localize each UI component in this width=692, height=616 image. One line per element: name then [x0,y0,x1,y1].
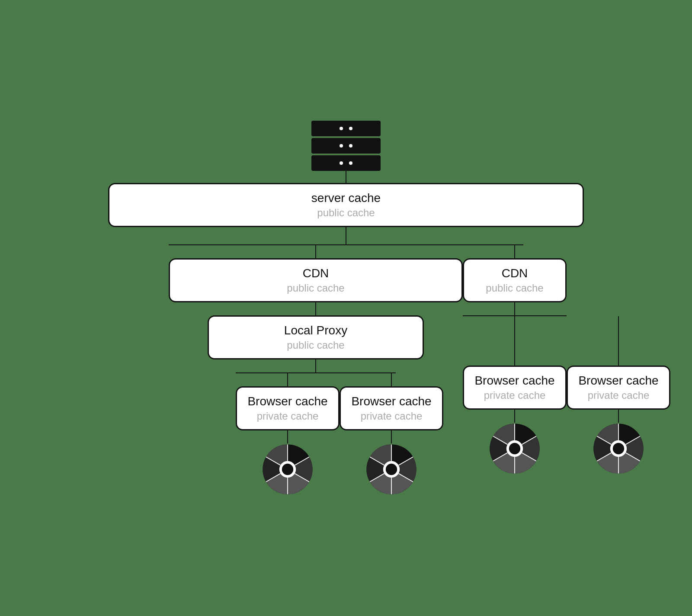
browser-cache-4: Browser cache private cache [567,366,670,410]
local-proxy-title: Local Proxy [284,324,347,337]
diagram: server cache public cache CDN public cac… [86,103,606,513]
connector-h-top [169,244,523,245]
conn-v-b1 [287,373,288,386]
svg-point-22 [509,443,520,454]
server-cache-box: server cache public cache [108,183,584,227]
browser-cache-1: Browser cache private cache [236,386,340,430]
local-proxy-subtitle: public cache [287,339,344,351]
svg-point-4 [282,464,293,475]
top-level-branches: CDN public cache Local Proxy public cach… [169,245,523,495]
conn-v-cdn-left [315,245,316,258]
b3-title: Browser cache [474,374,554,388]
conn-v-b3-chrome [514,410,515,423]
cdn-right-children: Browser cache private cache [463,316,567,475]
chrome-icon-3 [489,423,541,475]
cdn-left-box: CDN public cache [169,258,463,302]
proxy-children: Browser cache private cache [236,373,396,495]
cdn-right-box: CDN public cache [463,258,567,302]
conn-v-proxy-split [315,359,316,372]
conn-v-b4-spacer [618,316,619,366]
browser-cache-3: Browser cache private cache [463,366,567,410]
conn-v-b3-spacer [514,316,515,366]
b4-subtitle: private cache [588,389,650,401]
conn-v-b4-chrome [618,410,619,423]
browser-col-3: Browser cache private cache [463,316,567,475]
server-layer-2 [311,138,381,154]
b1-subtitle: private cache [257,410,319,422]
cdn-left-title: CDN [303,266,329,280]
cdn-right-title: CDN [502,266,528,280]
b2-title: Browser cache [351,395,431,408]
conn-v-b2 [391,373,392,386]
left-main-branch: CDN public cache Local Proxy public cach… [169,245,463,495]
conn-v-cdn-right-split [514,302,515,315]
server-layer-1 [311,121,381,136]
browser-col-2: Browser cache private cache [340,373,443,495]
connector-server-to-box [346,171,346,183]
conn-v-cdn-right [514,245,515,258]
cdn-left-subtitle: public cache [287,282,344,294]
server-cache-title: server cache [311,191,381,205]
browser-cache-2: Browser cache private cache [340,386,443,430]
svg-point-31 [613,443,624,454]
browser-col-1: Browser cache private cache [236,373,340,495]
svg-point-13 [386,464,397,475]
chrome-icon-1 [262,443,314,495]
right-main-branch: CDN public cache Browser c [463,245,567,475]
conn-v-b1-chrome [287,430,288,443]
server-icon [311,121,381,171]
b4-title: Browser cache [578,374,658,388]
cdn-right-subtitle: public cache [486,282,543,294]
b2-subtitle: private cache [361,410,423,422]
server-layer-3 [311,155,381,171]
conn-v-b2-chrome [391,430,392,443]
chrome-icon-4 [593,423,644,475]
b1-title: Browser cache [247,395,327,408]
connector-v1 [346,227,346,244]
local-proxy-box: Local Proxy public cache [208,315,424,359]
conn-v-cdn-left-2 [315,302,316,315]
b3-subtitle: private cache [484,389,546,401]
chrome-icon-2 [365,443,417,495]
server-cache-subtitle: public cache [317,207,375,219]
browser-col-4: Browser cache private cache [567,316,670,475]
